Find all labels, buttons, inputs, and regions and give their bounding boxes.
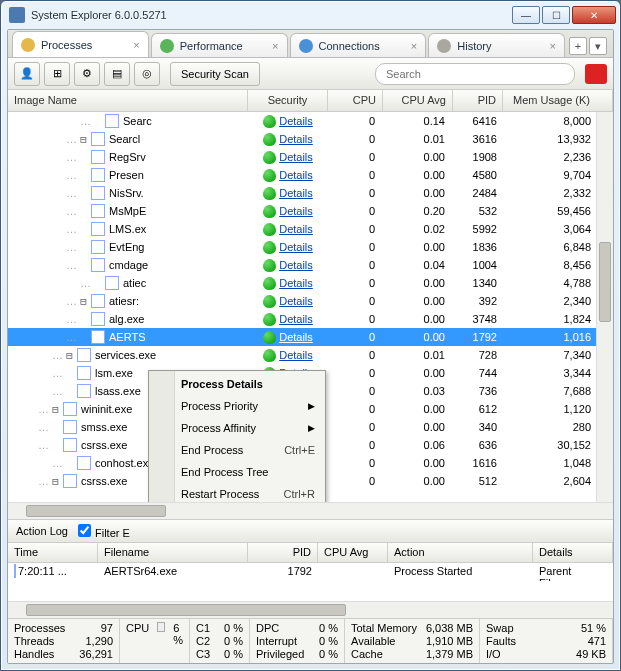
- log-col-avg[interactable]: CPU Avg: [318, 543, 388, 562]
- process-row[interactable]: …AERTSDetails00.0017921,016: [8, 328, 613, 346]
- list-button[interactable]: ▤: [104, 62, 130, 86]
- process-row[interactable]: …alg.exeDetails00.0037481,824: [8, 310, 613, 328]
- details-link[interactable]: Details: [279, 133, 313, 145]
- col-cpu[interactable]: CPU: [328, 90, 383, 111]
- process-row[interactable]: …atiecDetails00.0013404,788: [8, 274, 613, 292]
- tab-close-icon[interactable]: ×: [133, 39, 139, 51]
- scroll-thumb[interactable]: [599, 242, 611, 322]
- details-link[interactable]: Details: [279, 223, 313, 235]
- pid-cell: 392: [453, 295, 503, 307]
- search-box[interactable]: [375, 63, 575, 85]
- tab-connections[interactable]: Connections ×: [290, 33, 427, 57]
- process-row[interactable]: …PresenDetails00.0045809,704: [8, 166, 613, 184]
- log-col-time[interactable]: Time: [8, 543, 98, 562]
- vertical-scrollbar[interactable]: [596, 112, 613, 502]
- close-button[interactable]: ✕: [572, 6, 616, 24]
- process-name: atiec: [123, 277, 146, 289]
- process-row[interactable]: …MsMpEDetails00.2053259,456: [8, 202, 613, 220]
- process-row[interactable]: …EvtEngDetails00.0018366,848: [8, 238, 613, 256]
- details-link[interactable]: Details: [279, 205, 313, 217]
- expand-toggle[interactable]: ⊟: [50, 403, 61, 416]
- process-row[interactable]: …SearcDetails00.1464168,000: [8, 112, 613, 130]
- log-col-pid[interactable]: PID: [248, 543, 318, 562]
- tab-close-icon[interactable]: ×: [411, 40, 417, 52]
- maximize-button[interactable]: ☐: [542, 6, 570, 24]
- security-cell: Details: [248, 223, 328, 236]
- menu-item[interactable]: Process Affinity▶: [151, 417, 323, 439]
- log-col-action[interactable]: Action: [388, 543, 533, 562]
- process-row[interactable]: …⊟atiesr:Details00.003922,340: [8, 292, 613, 310]
- tab-close-icon[interactable]: ×: [550, 40, 556, 52]
- menu-item[interactable]: End Process Tree: [151, 461, 323, 483]
- col-security[interactable]: Security: [248, 90, 328, 111]
- tree-lines: …: [12, 187, 76, 199]
- scroll-thumb[interactable]: [26, 604, 346, 616]
- scroll-thumb[interactable]: [26, 505, 166, 517]
- col-mem[interactable]: Mem Usage (K): [503, 90, 613, 111]
- expand-toggle[interactable]: ⊟: [78, 133, 89, 146]
- tab-history[interactable]: History ×: [428, 33, 565, 57]
- gears-button[interactable]: ⚙: [74, 62, 100, 86]
- expand-toggle[interactable]: ⊟: [78, 295, 89, 308]
- tab-performance[interactable]: Performance ×: [151, 33, 288, 57]
- details-link[interactable]: Details: [279, 295, 313, 307]
- cpu-cell: 0: [328, 367, 383, 379]
- details-link[interactable]: Details: [279, 349, 313, 361]
- security-scan-button[interactable]: Security Scan: [170, 62, 260, 86]
- filter-checkbox-input[interactable]: [78, 524, 91, 537]
- search-input[interactable]: [386, 68, 564, 80]
- titlebar[interactable]: System Explorer 6.0.0.5271 — ☐ ✕: [1, 1, 620, 29]
- filter-checkbox[interactable]: Filter E: [78, 524, 130, 539]
- menu-item[interactable]: Restart ProcessCtrl+R: [151, 483, 323, 502]
- process-row[interactable]: …cmdageDetails00.0410048,456: [8, 256, 613, 274]
- details-link[interactable]: Details: [279, 241, 313, 253]
- col-cpu-avg[interactable]: CPU Avg: [383, 90, 453, 111]
- tab-close-icon[interactable]: ×: [272, 40, 278, 52]
- minimize-button[interactable]: —: [512, 6, 540, 24]
- expand-toggle[interactable]: ⊟: [50, 475, 61, 488]
- cpu-cell: 0: [328, 187, 383, 199]
- process-tree[interactable]: …SearcDetails00.1464168,000…⊟SearclDetai…: [8, 112, 613, 502]
- process-row[interactable]: …⊟services.exeDetails00.017287,340: [8, 346, 613, 364]
- cpuavg-cell: 0.00: [383, 277, 453, 289]
- horizontal-scrollbar[interactable]: [8, 502, 613, 519]
- gem-icon[interactable]: [585, 64, 607, 84]
- target-button[interactable]: ◎: [134, 62, 160, 86]
- tab-list-button[interactable]: ▾: [589, 37, 607, 55]
- windows-button[interactable]: ⊞: [44, 62, 70, 86]
- security-cell: Details: [248, 349, 328, 362]
- process-row[interactable]: …⊟SearclDetails00.01361613,932: [8, 130, 613, 148]
- pid-cell: 612: [453, 403, 503, 415]
- log-horizontal-scrollbar[interactable]: [8, 601, 613, 618]
- users-button[interactable]: 👤: [14, 62, 40, 86]
- col-pid[interactable]: PID: [453, 90, 503, 111]
- process-name: lsass.exe: [95, 385, 141, 397]
- process-icon: [77, 366, 91, 380]
- process-row[interactable]: …LMS.exDetails00.0259923,064: [8, 220, 613, 238]
- details-link[interactable]: Details: [279, 151, 313, 163]
- details-link[interactable]: Details: [279, 259, 313, 271]
- pid-cell: 340: [453, 421, 503, 433]
- expand-toggle[interactable]: ⊟: [64, 349, 75, 362]
- details-link[interactable]: Details: [279, 169, 313, 181]
- process-row[interactable]: …RegSrvDetails00.0019082,236: [8, 148, 613, 166]
- cpuavg-cell: 0.00: [383, 313, 453, 325]
- details-link[interactable]: Details: [279, 313, 313, 325]
- security-cell: Details: [248, 115, 328, 128]
- menu-item[interactable]: End ProcessCtrl+E: [151, 439, 323, 461]
- menu-item[interactable]: Process Priority▶: [151, 395, 323, 417]
- details-link[interactable]: Details: [279, 331, 313, 343]
- log-row[interactable]: 7:20:11 ... AERTSr64.exe 1792 Process St…: [8, 563, 613, 581]
- log-col-fname[interactable]: Filename: [98, 543, 248, 562]
- menu-item[interactable]: Process Details: [151, 373, 323, 395]
- log-col-details[interactable]: Details: [533, 543, 613, 562]
- col-image-name[interactable]: Image Name: [8, 90, 248, 111]
- details-link[interactable]: Details: [279, 115, 313, 127]
- status-value: 0 %: [319, 635, 338, 647]
- details-link[interactable]: Details: [279, 277, 313, 289]
- tab-processes[interactable]: Processes ×: [12, 31, 149, 57]
- add-tab-button[interactable]: +: [569, 37, 587, 55]
- process-icon: [91, 222, 105, 236]
- process-row[interactable]: …NisSrv.Details00.0024842,332: [8, 184, 613, 202]
- details-link[interactable]: Details: [279, 187, 313, 199]
